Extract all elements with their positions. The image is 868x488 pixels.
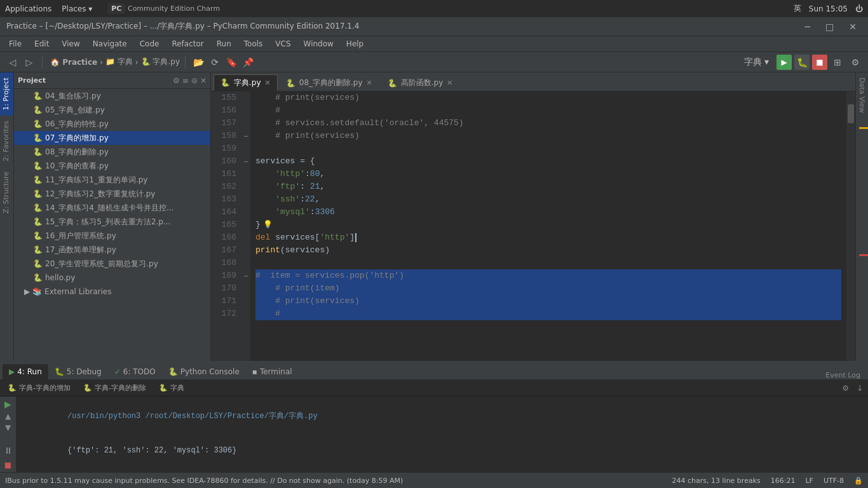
- project-filter-icon[interactable]: ⊜: [191, 76, 198, 85]
- cursor-position: 166:21: [771, 477, 796, 485]
- menu-window[interactable]: Window: [299, 38, 339, 50]
- project-item-06[interactable]: 🐍 06_字典的特性.py: [14, 117, 210, 131]
- tab-terminal[interactable]: ▪ Terminal: [246, 364, 299, 379]
- menu-file[interactable]: File: [4, 38, 27, 50]
- close-button[interactable]: ✕: [844, 20, 862, 33]
- power-icon[interactable]: ⏻: [855, 4, 863, 13]
- run-button[interactable]: ▶: [776, 55, 792, 70]
- project-item-hello[interactable]: 🐍 hello.py: [14, 271, 210, 285]
- tab-close-2[interactable]: ✕: [367, 79, 372, 87]
- bookmark-button[interactable]: 🔖: [224, 55, 239, 70]
- forward-button[interactable]: ▷: [22, 55, 37, 70]
- tab-gaojie[interactable]: 🐍 高阶函数.py ✕: [381, 74, 460, 91]
- run-config-selector[interactable]: 字典 ▾: [739, 55, 774, 70]
- layout-button[interactable]: ⊞: [830, 55, 845, 70]
- file-name: 14_字典练习4_随机生成卡号并且控...: [45, 203, 173, 214]
- vertical-scrollbar[interactable]: [846, 92, 855, 361]
- tab-zidian[interactable]: 🐍 字典.py ✕: [214, 74, 278, 91]
- sync-button[interactable]: ⟳: [207, 55, 222, 70]
- debug-button[interactable]: 🐛: [794, 55, 810, 70]
- code-line-160: services = {: [255, 155, 841, 168]
- project-expand-icon[interactable]: ≡: [182, 76, 189, 85]
- project-item-08[interactable]: 🐍 08_字典的删除.py: [14, 145, 210, 159]
- menu-code[interactable]: Code: [135, 38, 165, 50]
- project-item-10[interactable]: 🐍 10_字典的查看.py: [14, 159, 210, 173]
- fold-171: [241, 295, 250, 308]
- breadcrumb-folder[interactable]: 📁 字典: [105, 57, 133, 67]
- event-log-label[interactable]: Event Log: [820, 371, 865, 379]
- pin-button[interactable]: 📌: [240, 55, 255, 70]
- places-menu[interactable]: Places ▾: [62, 4, 92, 13]
- tab-structure[interactable]: Z: Structure: [0, 166, 13, 219]
- menu-vcs[interactable]: VCS: [270, 38, 295, 50]
- run-label-1: 字典-字典的增加: [19, 383, 71, 393]
- fold-169[interactable]: ─: [241, 269, 250, 282]
- debug-tab-icon: 🐛: [55, 367, 64, 376]
- run-tab-3[interactable]: 🐍 字典: [154, 381, 189, 395]
- project-item-04[interactable]: 🐍 04_集合练习.py: [14, 89, 210, 103]
- tab-close-1[interactable]: ✕: [265, 79, 271, 87]
- tab-debug[interactable]: 🐛 5: Debug: [48, 364, 108, 379]
- breadcrumb-project[interactable]: 🏠 Practice: [50, 58, 97, 67]
- code-container[interactable]: 155 156 157 158 159 160 161 162 163 164 …: [211, 92, 855, 361]
- tab-todo[interactable]: ✓ 6: TODO: [108, 364, 162, 379]
- tab-run[interactable]: ▶ 4: Run: [3, 364, 48, 379]
- tab-data-view[interactable]: Data View: [856, 72, 868, 118]
- settings-icon[interactable]: ⚙: [848, 55, 863, 70]
- fold-161: [241, 168, 250, 180]
- menu-navigate[interactable]: Navigate: [88, 38, 132, 50]
- project-item-20[interactable]: 🐍 20_学生管理系统_前期总复习.py: [14, 257, 210, 271]
- language-indicator[interactable]: 英: [794, 3, 801, 14]
- menu-help[interactable]: Help: [341, 38, 369, 50]
- fold-170: [241, 282, 250, 295]
- code-line-159: [255, 142, 841, 155]
- menu-tools[interactable]: Tools: [239, 38, 268, 50]
- menu-view[interactable]: View: [57, 38, 85, 50]
- tab-python-console[interactable]: 🐍 Python Console: [162, 364, 246, 379]
- tab-project[interactable]: 1: Project: [0, 72, 13, 116]
- project-item-14[interactable]: 🐍 14_字典练习4_随机生成卡号并且控...: [14, 201, 210, 215]
- project-item-11[interactable]: 🐍 11_字典练习1_重复的单词.py: [14, 173, 210, 187]
- run-stop-icon[interactable]: ■: [4, 461, 11, 470]
- lightbulb-icon[interactable]: 💡: [263, 219, 273, 231]
- project-item-12[interactable]: 🐍 12_字典练习2_数字重复统计.py: [14, 187, 210, 201]
- breadcrumb-file[interactable]: 🐍 字典.py: [141, 57, 180, 67]
- project-gear-icon[interactable]: ⚙: [173, 76, 180, 85]
- run-scroll-down-icon[interactable]: ▼: [5, 423, 11, 432]
- maximize-button[interactable]: □: [820, 20, 839, 33]
- tab-close-3[interactable]: ✕: [447, 79, 452, 87]
- fold-160[interactable]: ─: [241, 155, 250, 168]
- python-console-icon: 🐍: [168, 367, 178, 376]
- run-scroll-up-icon[interactable]: ▲: [5, 412, 11, 421]
- open-file-button[interactable]: 📂: [191, 55, 206, 70]
- settings-bottom-icon[interactable]: ⚙: [839, 383, 851, 394]
- run-tab-1[interactable]: 🐍 字典-字典的增加: [3, 381, 76, 395]
- run-play-icon[interactable]: ▶: [4, 399, 11, 409]
- minimize-button[interactable]: ─: [800, 20, 815, 33]
- project-item-07[interactable]: 🐍 07_字典的增加.py: [14, 131, 210, 145]
- download-icon[interactable]: ↓: [854, 383, 865, 394]
- project-item-17[interactable]: 🐍 17_函数简单理解.py: [14, 243, 210, 257]
- fold-158[interactable]: ─: [241, 130, 250, 142]
- file-name: 04_集合练习.py: [45, 91, 101, 102]
- menu-run[interactable]: Run: [212, 38, 236, 50]
- tab-shanchu[interactable]: 🐍 08_字典的删除.py ✕: [279, 74, 379, 91]
- code-line-171: # print(services): [255, 295, 841, 308]
- code-line-164: 'mysql':3306: [255, 206, 841, 219]
- project-close-icon[interactable]: ✕: [200, 76, 207, 85]
- run-tab-2[interactable]: 🐍 字典-字典的删除: [78, 381, 151, 395]
- bottom-toolbar: 🐍 字典-字典的增加 🐍 字典-字典的删除 🐍 字典 ⚙ ↓: [0, 380, 868, 396]
- scrollbar-thumb[interactable]: [848, 104, 854, 123]
- project-item-external[interactable]: ▶ 📚 External Libraries: [14, 285, 210, 299]
- run-pause-icon[interactable]: ⏸: [4, 445, 13, 456]
- project-item-16[interactable]: 🐍 16_用户管理系统.py: [14, 229, 210, 243]
- project-item-05[interactable]: 🐍 05_字典_创建.py: [14, 103, 210, 117]
- tab-favorites[interactable]: 2: Favorites: [0, 116, 13, 166]
- menu-refactor[interactable]: Refactor: [166, 38, 208, 50]
- project-item-15[interactable]: 🐍 15_字典；练习5_列表去重方法2.p...: [14, 215, 210, 229]
- code-editor[interactable]: # print(services) # # services.setdefaul…: [250, 92, 846, 361]
- applications-menu[interactable]: Applications: [5, 4, 51, 13]
- back-button[interactable]: ◁: [5, 55, 20, 70]
- stop-button[interactable]: ■: [812, 55, 827, 70]
- menu-edit[interactable]: Edit: [29, 38, 54, 50]
